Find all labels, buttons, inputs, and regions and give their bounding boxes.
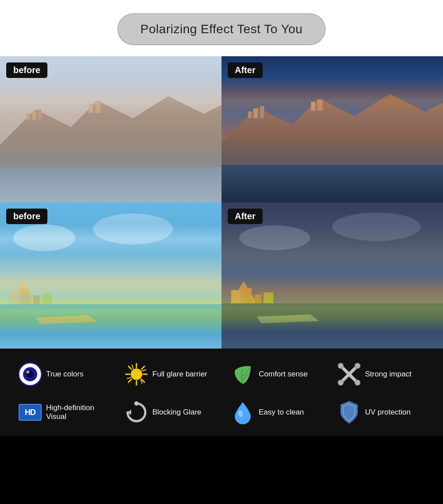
svg-rect-22 — [22, 289, 30, 304]
uv-protection-label: UV protection — [365, 408, 411, 417]
feature-comfort-sense: Comfort sense — [222, 362, 328, 387]
photo-grid: before After — [0, 56, 443, 349]
feature-blocking-glare: Blocking Glare — [115, 400, 222, 425]
svg-line-46 — [142, 380, 145, 383]
svg-point-39 — [27, 371, 29, 373]
easy-clean-label: Easy to clean — [259, 408, 304, 417]
svg-rect-7 — [95, 102, 101, 113]
sun-icon — [124, 362, 149, 387]
svg-rect-24 — [42, 293, 52, 304]
svg-point-55 — [338, 363, 343, 368]
feature-easy-clean: Easy to clean — [222, 400, 328, 425]
full-glare-label: Full glare barrier — [152, 370, 207, 379]
feature-strong-impact: Strong impact — [328, 362, 434, 387]
before-label-2: before — [6, 209, 47, 224]
after-label-1: After — [228, 62, 263, 78]
svg-rect-21 — [10, 291, 19, 304]
svg-rect-5 — [38, 109, 42, 120]
svg-line-51 — [127, 378, 131, 379]
svg-rect-34 — [264, 292, 273, 303]
svg-point-27 — [239, 225, 310, 250]
svg-line-49 — [132, 365, 133, 369]
svg-rect-15 — [317, 100, 323, 111]
before-label-1: before — [6, 62, 47, 78]
svg-rect-10 — [222, 165, 443, 202]
svg-rect-13 — [260, 106, 264, 118]
feature-hd-visual: HD High-definition Visual — [9, 400, 115, 425]
svg-rect-12 — [253, 109, 258, 118]
title-oval: Polarizing Effect Test To You — [117, 13, 326, 45]
true-colors-label: True colors — [46, 370, 83, 379]
svg-point-57 — [355, 363, 360, 368]
features-row-1: True colors — [9, 362, 434, 387]
svg-line-48 — [128, 380, 132, 383]
svg-rect-31 — [231, 290, 240, 303]
features-row-2: HD High-definition Visual Blocking Glare — [9, 400, 434, 425]
svg-rect-33 — [255, 295, 261, 303]
svg-rect-2 — [0, 167, 222, 202]
svg-line-45 — [128, 366, 132, 369]
comfort-sense-label: Comfort sense — [259, 370, 308, 379]
svg-point-58 — [338, 380, 343, 385]
wrench-icon — [337, 362, 361, 387]
blocking-glare-label: Blocking Glare — [152, 408, 202, 417]
hd-badge: HD — [19, 404, 42, 421]
svg-rect-29 — [222, 303, 443, 349]
page-title: Polarizing Effect Test To You — [140, 22, 303, 36]
svg-point-56 — [355, 380, 360, 385]
svg-point-59 — [134, 401, 139, 406]
svg-rect-14 — [311, 102, 315, 111]
shield-icon — [337, 400, 361, 425]
svg-rect-19 — [0, 304, 222, 349]
after-label-2: After — [228, 209, 263, 224]
svg-rect-32 — [244, 288, 252, 303]
header-section: Polarizing Effect Test To You — [0, 0, 443, 56]
svg-point-40 — [131, 368, 142, 380]
leaf-icon — [230, 362, 255, 387]
features-section: True colors — [0, 349, 443, 436]
svg-line-47 — [142, 366, 145, 369]
circle-arrow-icon — [124, 400, 149, 425]
photo-after-2: After — [222, 202, 443, 349]
photo-before-2: before — [0, 202, 222, 349]
photo-before-1: before — [0, 56, 222, 202]
feature-full-glare: Full glare barrier — [115, 362, 222, 387]
svg-point-18 — [93, 213, 173, 244]
photo-after-1: After — [222, 56, 443, 202]
feature-uv-protection: UV protection — [328, 400, 434, 425]
svg-point-28 — [332, 213, 421, 241]
hd-icon: HD — [18, 400, 43, 425]
strong-impact-label: Strong impact — [365, 370, 412, 379]
svg-rect-23 — [33, 295, 40, 304]
svg-rect-3 — [27, 114, 30, 120]
svg-rect-4 — [32, 112, 36, 120]
hd-visual-label: High-definition Visual — [46, 403, 115, 421]
feature-true-colors: True colors — [9, 362, 115, 387]
svg-line-52 — [142, 370, 146, 371]
svg-point-17 — [13, 225, 75, 251]
svg-rect-11 — [248, 112, 252, 118]
drop-icon — [230, 400, 255, 425]
svg-rect-6 — [89, 104, 93, 113]
eye-icon — [18, 362, 43, 387]
